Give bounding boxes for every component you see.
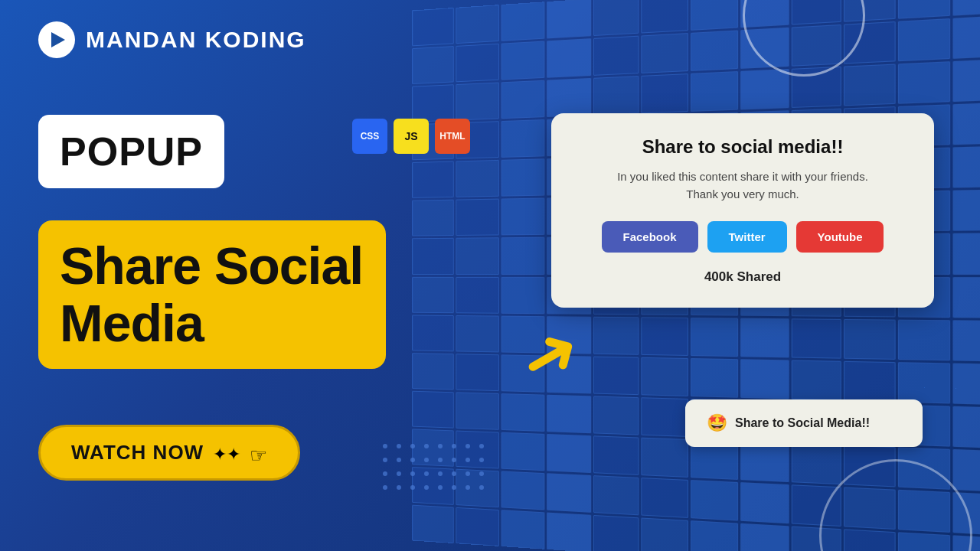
arrow-decoration: ➜	[505, 305, 594, 403]
main-title-line1: Share Social	[60, 237, 363, 295]
watch-button-container: WATCH NOW ✦✦ ☞	[38, 425, 300, 481]
main-content: MANDAN KODING CSS JS HTML POPUP Share So…	[0, 0, 980, 551]
twitter-button[interactable]: Twitter	[707, 221, 787, 253]
cursor-icon: ☞	[250, 444, 267, 468]
popup-card-title: Share to social media!!	[579, 136, 906, 158]
facebook-button[interactable]: Facebook	[602, 221, 698, 253]
popup-label: POPUP	[60, 129, 203, 174]
cursor-sparkle: ✦✦	[213, 445, 240, 465]
brand-name: MANDAN KODING	[86, 27, 306, 53]
js-badge: JS	[394, 119, 429, 154]
shared-count: 400k Shared	[579, 269, 906, 285]
dots-decoration	[383, 444, 487, 493]
youtube-button[interactable]: Youtube	[796, 221, 884, 253]
watch-now-button[interactable]: WATCH NOW ✦✦ ☞	[38, 425, 300, 481]
small-popup-text: Share to Social Media!!	[735, 416, 870, 430]
brand-play-icon	[38, 21, 75, 58]
left-content: POPUP Share Social Media	[38, 115, 386, 369]
popup-card-description: In you liked this content share it with …	[579, 168, 906, 203]
html-badge: HTML	[435, 119, 470, 154]
play-triangle	[51, 32, 65, 47]
html-badge-label: HTML	[439, 131, 465, 142]
share-popup-card: Share to social media!! In you liked thi…	[551, 113, 934, 308]
watch-button-label: WATCH NOW	[71, 441, 204, 465]
main-title-line2: Media	[60, 295, 363, 352]
small-share-popup[interactable]: 🤩 Share to Social Media!!	[685, 399, 923, 447]
popup-label-box: POPUP	[38, 115, 224, 188]
js-badge-label: JS	[404, 130, 417, 142]
small-popup-emoji: 🤩	[707, 413, 727, 433]
main-title-box: Share Social Media	[38, 220, 386, 369]
social-buttons-row: Facebook Twitter Youtube	[579, 221, 906, 253]
